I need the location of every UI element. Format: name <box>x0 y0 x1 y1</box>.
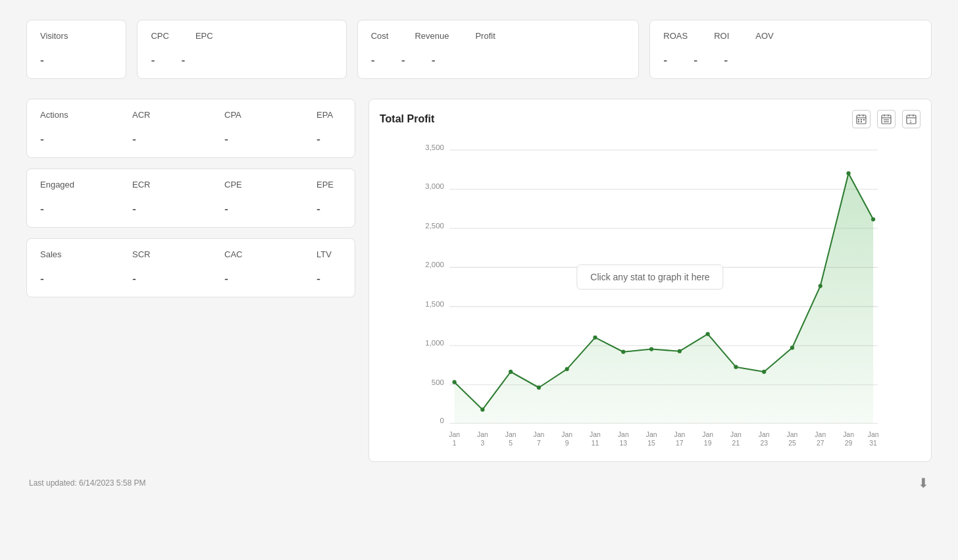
sales-label: Sales <box>40 249 93 259</box>
scr-label: SCR <box>132 249 185 259</box>
svg-text:19: 19 <box>704 440 712 447</box>
acr-value: - <box>132 133 185 147</box>
svg-text:Jan: Jan <box>646 431 657 438</box>
chart-wrapper: 0 500 1,000 1,500 2,000 2,500 3,000 3,50… <box>380 135 920 451</box>
svg-point-42 <box>621 350 625 354</box>
epc-label: EPC <box>195 31 213 41</box>
chart-icons: 1 <box>852 110 920 128</box>
svg-text:31: 31 <box>869 440 877 447</box>
roi-label: ROI <box>714 31 729 41</box>
left-panels: Actions ACR CPA EPA - - - - Engaged ECR … <box>26 99 355 462</box>
cost-value: - <box>371 54 375 68</box>
svg-rect-4 <box>858 119 859 120</box>
main-content: Actions ACR CPA EPA - - - - Engaged ECR … <box>26 99 932 462</box>
revenue-value: - <box>401 54 405 68</box>
svg-text:Jan: Jan <box>449 431 460 438</box>
cpe-label: CPE <box>224 180 277 190</box>
svg-text:1,500: 1,500 <box>425 300 444 308</box>
aov-value: - <box>724 54 728 68</box>
engaged-panel[interactable]: Engaged ECR CPE EPE - - - - <box>26 168 355 228</box>
svg-text:9: 9 <box>565 440 569 447</box>
cpc-value: - <box>151 54 155 68</box>
svg-text:Jan: Jan <box>561 431 572 438</box>
cpa-value: - <box>224 133 277 147</box>
svg-text:Jan: Jan <box>534 431 545 438</box>
svg-rect-6 <box>863 119 865 120</box>
ecr-value: - <box>132 203 185 216</box>
ltv-value: - <box>316 272 369 286</box>
svg-point-47 <box>762 370 766 374</box>
svg-text:3: 3 <box>480 440 484 447</box>
svg-text:5: 5 <box>509 440 513 447</box>
calendar-week-icon[interactable] <box>877 110 895 128</box>
profit-chart: 0 500 1,000 1,500 2,000 2,500 3,000 3,50… <box>380 135 920 451</box>
epe-label: EPE <box>316 180 369 190</box>
visitors-label: Visitors <box>40 31 68 41</box>
sales-value: - <box>40 272 93 286</box>
actions-value: - <box>40 133 93 147</box>
engaged-label: Engaged <box>40 180 93 190</box>
svg-text:21: 21 <box>732 440 740 447</box>
svg-point-50 <box>846 171 850 175</box>
sales-panel[interactable]: Sales SCR CAC LTV - - - - <box>26 238 355 297</box>
svg-text:Jan: Jan <box>702 431 713 438</box>
cost-revenue-profit-card[interactable]: Cost Revenue Profit - - - <box>357 20 640 79</box>
cac-value: - <box>224 272 277 286</box>
svg-text:2,000: 2,000 <box>425 261 444 268</box>
chart-toolbar: Total Profit <box>380 110 920 128</box>
svg-rect-8 <box>861 121 862 122</box>
visitors-value: - <box>40 54 44 68</box>
svg-text:27: 27 <box>817 440 824 447</box>
svg-point-37 <box>480 407 484 411</box>
svg-point-40 <box>565 367 569 371</box>
svg-text:1: 1 <box>453 440 457 447</box>
cpc-epc-card[interactable]: CPC EPC - - <box>137 20 346 79</box>
svg-point-45 <box>706 332 710 336</box>
svg-text:Jan: Jan <box>759 431 770 438</box>
svg-text:13: 13 <box>620 440 628 447</box>
svg-rect-7 <box>858 121 859 122</box>
top-stats-row: Visitors - CPC EPC - - Cost Revenue Prof… <box>26 20 932 79</box>
svg-rect-5 <box>861 119 862 120</box>
svg-text:Jan: Jan <box>618 431 629 438</box>
svg-text:Jan: Jan <box>590 431 601 438</box>
svg-text:15: 15 <box>647 440 655 447</box>
epc-value: - <box>181 54 185 68</box>
svg-text:Jan: Jan <box>815 431 826 438</box>
svg-text:17: 17 <box>676 440 684 447</box>
actions-panel[interactable]: Actions ACR CPA EPA - - - - <box>26 99 355 158</box>
ecr-label: ECR <box>132 180 185 190</box>
epe-value: - <box>316 203 369 216</box>
svg-point-36 <box>452 380 456 384</box>
aov-label: AOV <box>755 31 773 41</box>
svg-point-39 <box>537 386 541 390</box>
svg-point-51 <box>871 217 875 221</box>
cost-label: Cost <box>371 31 389 41</box>
svg-point-46 <box>734 365 738 369</box>
roas-value: - <box>663 54 667 68</box>
download-icon[interactable]: ⬇ <box>918 475 929 491</box>
svg-text:11: 11 <box>592 440 599 447</box>
svg-text:Jan: Jan <box>843 431 854 438</box>
svg-text:Jan: Jan <box>868 431 879 438</box>
epa-label: EPA <box>316 110 369 120</box>
svg-text:25: 25 <box>788 440 796 447</box>
svg-text:Jan: Jan <box>730 431 742 438</box>
svg-text:7: 7 <box>537 440 541 447</box>
calendar-day-icon[interactable]: 1 <box>902 110 920 128</box>
visitors-card[interactable]: Visitors - <box>26 20 126 79</box>
cpc-label: CPC <box>151 31 168 41</box>
svg-text:1,000: 1,000 <box>425 339 444 347</box>
roas-roi-aov-card[interactable]: ROAS ROI AOV - - - <box>649 20 932 79</box>
svg-text:Jan: Jan <box>787 431 798 438</box>
calendar-month-icon[interactable] <box>852 110 870 128</box>
scr-value: - <box>132 272 185 286</box>
cpe-value: - <box>224 203 277 216</box>
svg-point-38 <box>509 370 513 374</box>
chart-title: Total Profit <box>380 113 434 125</box>
acr-label: ACR <box>132 110 185 120</box>
profit-value: - <box>432 54 436 68</box>
svg-point-41 <box>593 336 597 340</box>
svg-point-43 <box>649 347 653 351</box>
svg-point-48 <box>790 345 794 349</box>
